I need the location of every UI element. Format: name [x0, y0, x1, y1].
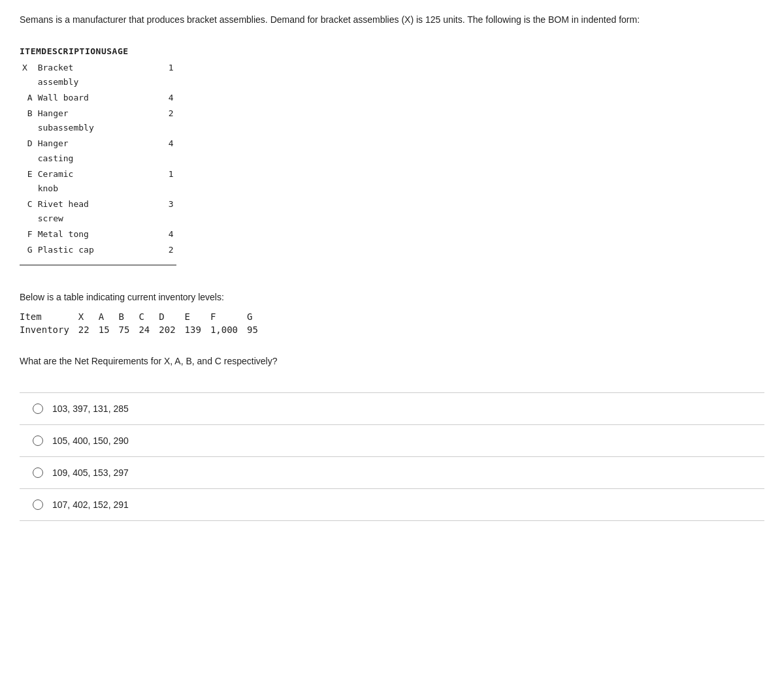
bom-desc-f: Metal tong: [35, 227, 166, 242]
bom-row-a: A Wall board 4: [20, 90, 192, 106]
bom-row-b: B Hangersubassembly 2: [20, 106, 192, 136]
answer-label-4: 107, 402, 152, 291: [52, 499, 129, 510]
inventory-col-g: G: [247, 310, 267, 323]
bom-header: ITEMDESCRIPTIONUSAGE: [20, 46, 764, 56]
inventory-val-e: 139: [185, 323, 210, 336]
answer-label-2: 105, 400, 150, 290: [52, 435, 129, 446]
radio-4[interactable]: [33, 499, 43, 510]
bom-item-c: C: [20, 197, 35, 227]
intro-text: Semans is a manufacturer that produces b…: [20, 13, 764, 27]
inventory-col-d: D: [159, 310, 184, 323]
bom-row-e: E Ceramicknob 1: [20, 166, 192, 197]
inventory-col-e: E: [185, 310, 210, 323]
inventory-col-b: B: [119, 310, 139, 323]
bom-row-f: F Metal tong 4: [20, 227, 192, 242]
bom-usage-b: 2: [166, 106, 192, 136]
bom-desc-a: Wall board: [35, 90, 166, 106]
inventory-val-c: 24: [139, 323, 159, 336]
answer-option-1[interactable]: 103, 397, 131, 285: [20, 393, 764, 425]
bom-desc-e: Ceramicknob: [35, 166, 166, 197]
radio-3[interactable]: [33, 467, 43, 478]
answer-label-1: 103, 397, 131, 285: [52, 403, 129, 414]
inventory-section: Below is a table indicating current inve…: [20, 292, 764, 336]
bom-usage-x: 1: [166, 60, 192, 90]
inventory-col-f: F: [210, 310, 247, 323]
bom-item-a: A: [20, 90, 35, 106]
inventory-col-a: A: [99, 310, 119, 323]
bom-row-x: X Bracketassembly 1: [20, 60, 192, 90]
bom-row-g: G Plastic cap 2: [20, 242, 192, 258]
inventory-table: Item X A B C D E F G Inventory 22 15 75 …: [20, 310, 267, 336]
bom-usage-e: 1: [166, 166, 192, 197]
bom-desc-x: Bracketassembly: [35, 60, 166, 90]
bom-item-e: E: [20, 166, 35, 197]
question-text: What are the Net Requirements for X, A, …: [20, 356, 764, 366]
bom-desc-d: Hangercasting: [35, 136, 166, 166]
inventory-val-x: 22: [78, 323, 99, 336]
inventory-val-d: 202: [159, 323, 184, 336]
bom-usage-d: 4: [166, 136, 192, 166]
inventory-val-f: 1,000: [210, 323, 247, 336]
bom-item-b: B: [20, 106, 35, 136]
bom-usage-c: 3: [166, 197, 192, 227]
bom-desc-g: Plastic cap: [35, 242, 166, 258]
answer-option-2[interactable]: 105, 400, 150, 290: [20, 425, 764, 457]
bom-usage-a: 4: [166, 90, 192, 106]
bom-section: ITEMDESCRIPTIONUSAGE X Bracketassembly 1…: [20, 46, 764, 266]
bom-item-f: F: [20, 227, 35, 242]
bom-item-d: D: [20, 136, 35, 166]
inventory-col-item: Item: [20, 310, 78, 323]
bom-row-d: D Hangercasting 4: [20, 136, 192, 166]
bom-desc-b: Hangersubassembly: [35, 106, 166, 136]
radio-1[interactable]: [33, 403, 43, 414]
bom-usage-f: 4: [166, 227, 192, 242]
inventory-val-g: 95: [247, 323, 267, 336]
inventory-val-a: 15: [99, 323, 119, 336]
inventory-col-x: X: [78, 310, 99, 323]
bom-divider: [20, 264, 176, 266]
inventory-header-row: Item X A B C D E F G: [20, 310, 267, 323]
bom-desc-c: Rivet headscrew: [35, 197, 166, 227]
inventory-row-label: Inventory: [20, 323, 78, 336]
inventory-val-b: 75: [119, 323, 139, 336]
bom-item-x: X: [20, 60, 35, 90]
answer-options: 103, 397, 131, 285 105, 400, 150, 290 10…: [20, 392, 764, 521]
inventory-col-c: C: [139, 310, 159, 323]
answer-option-3[interactable]: 109, 405, 153, 297: [20, 457, 764, 489]
bom-table: X Bracketassembly 1 A Wall board 4 B Han…: [20, 60, 192, 258]
radio-2[interactable]: [33, 435, 43, 446]
inventory-values-row: Inventory 22 15 75 24 202 139 1,000 95: [20, 323, 267, 336]
bom-item-g: G: [20, 242, 35, 258]
answer-option-4[interactable]: 107, 402, 152, 291: [20, 489, 764, 521]
bom-usage-g: 2: [166, 242, 192, 258]
bom-row-c: C Rivet headscrew 3: [20, 197, 192, 227]
answer-label-3: 109, 405, 153, 297: [52, 467, 129, 478]
inventory-label: Below is a table indicating current inve…: [20, 292, 764, 302]
